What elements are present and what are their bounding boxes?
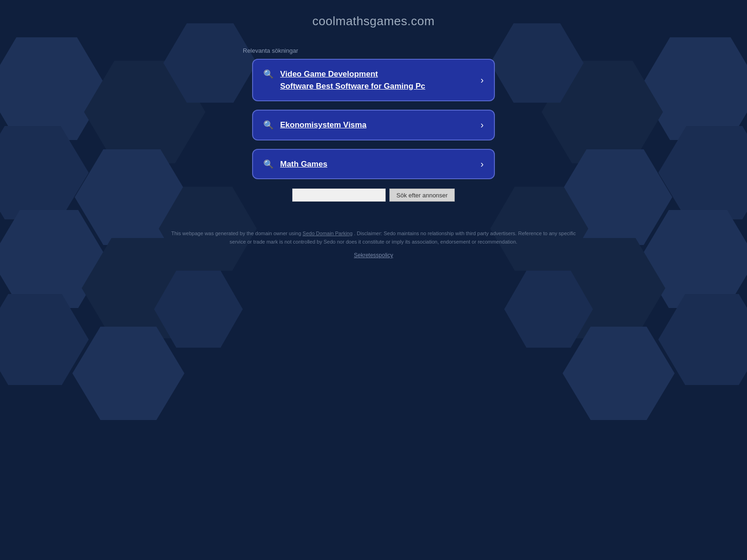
search-cards-container: 🔍 Video Game DevelopmentSoftware Best So…	[252, 59, 495, 179]
chevron-right-icon: ›	[480, 159, 484, 169]
sedo-link[interactable]: Sedo Domain Parking	[303, 231, 352, 236]
search-icon: 🔍	[263, 120, 274, 130]
search-label: Relevanta sökningar	[243, 47, 298, 54]
search-card-2[interactable]: 🔍 Ekonomisystem Visma ›	[252, 110, 495, 140]
chevron-right-icon: ›	[480, 75, 484, 85]
card-1-text: Video Game DevelopmentSoftware Best Soft…	[280, 68, 425, 92]
footer-disclaimer: This webpage was generated by the domain…	[163, 230, 584, 246]
chevron-right-icon: ›	[480, 119, 484, 130]
card-1-left: 🔍 Video Game DevelopmentSoftware Best So…	[263, 68, 480, 92]
search-icon: 🔍	[263, 69, 274, 79]
search-card-1[interactable]: 🔍 Video Game DevelopmentSoftware Best So…	[252, 59, 495, 101]
card-3-text: Math Games	[280, 158, 327, 170]
search-row: Sök efter annonser	[292, 189, 455, 202]
site-title: coolmathsgames.com	[312, 14, 435, 28]
footer: This webpage was generated by the domain…	[163, 230, 584, 259]
footer-privacy: Sekretesspolicy	[163, 251, 584, 259]
card-3-left: 🔍 Math Games	[263, 158, 480, 170]
search-icon: 🔍	[263, 159, 274, 169]
card-2-left: 🔍 Ekonomisystem Visma	[263, 119, 480, 131]
search-card-3[interactable]: 🔍 Math Games ›	[252, 149, 495, 180]
search-button[interactable]: Sök efter annonser	[389, 189, 455, 202]
search-input[interactable]	[292, 189, 386, 202]
card-2-text: Ekonomisystem Visma	[280, 119, 366, 131]
privacy-link[interactable]: Sekretesspolicy	[354, 252, 393, 259]
footer-text-before: This webpage was generated by the domain…	[171, 231, 301, 236]
